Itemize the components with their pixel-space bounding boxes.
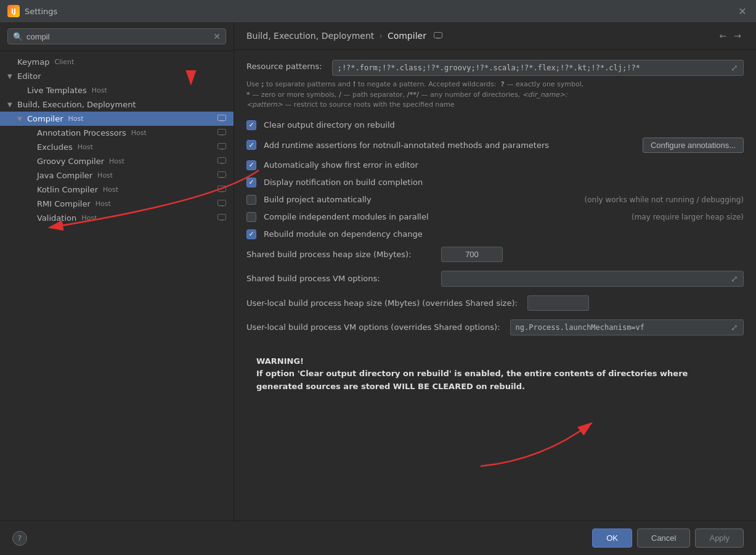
- sidebar-item-keymap[interactable]: Keymap Client: [0, 55, 234, 69]
- kotlin-compiler-label: Kotlin Compiler: [37, 185, 98, 194]
- user-vm-field-wrap: ⤢: [510, 319, 744, 335]
- sidebar-item-build-execution[interactable]: ▼ Build, Execution, Deployment: [0, 97, 234, 112]
- content-scroll: Resource patterns: ⤢ Use ; to separate p…: [234, 50, 756, 520]
- compiler-label: Compiler: [27, 114, 63, 123]
- svg-rect-6: [218, 158, 226, 163]
- clear-output-label: Clear output directory on rebuild: [264, 120, 395, 130]
- live-templates-label: Live Templates: [27, 86, 87, 95]
- help-button[interactable]: ?: [12, 531, 27, 546]
- search-icon: 🔍: [13, 32, 23, 41]
- rmi-compiler-tag: Host: [96, 200, 111, 208]
- build-auto-row: Build project automatically (only works …: [246, 195, 744, 205]
- resource-expand-icon[interactable]: ⤢: [731, 63, 738, 73]
- auto-show-checkbox[interactable]: ✓: [246, 160, 256, 170]
- shared-vm-expand-icon[interactable]: ⤢: [731, 274, 738, 284]
- cancel-button[interactable]: Cancel: [637, 528, 690, 548]
- display-notification-check: ✓: [248, 178, 254, 186]
- clear-output-row: ✓ Clear output directory on rebuild: [246, 120, 744, 130]
- svg-rect-14: [218, 215, 226, 220]
- display-notification-checkbox[interactable]: ✓: [246, 178, 256, 187]
- shared-vm-field-wrap: ⤢: [441, 271, 744, 287]
- user-vm-input[interactable]: [516, 323, 731, 332]
- user-heap-input[interactable]: [527, 295, 589, 311]
- display-notification-row: ✓ Display notification on build completi…: [246, 178, 744, 187]
- add-runtime-check: ✓: [248, 141, 254, 149]
- apply-button[interactable]: Apply: [695, 528, 744, 548]
- sidebar-item-validation[interactable]: Validation Host: [0, 211, 234, 225]
- rmi-screen-icon: [217, 199, 226, 208]
- add-runtime-checkbox[interactable]: ✓: [246, 140, 256, 150]
- validation-tag: Host: [81, 214, 97, 222]
- resource-patterns-input[interactable]: [338, 64, 727, 72]
- nav-back-button[interactable]: ←: [717, 30, 730, 42]
- breadcrumb-nav: ← →: [717, 30, 744, 42]
- svg-rect-2: [218, 130, 226, 135]
- ok-button[interactable]: OK: [592, 528, 632, 548]
- validation-label: Validation: [37, 213, 76, 223]
- build-execution-label: Build, Execution, Deployment: [17, 100, 136, 109]
- editor-chevron: ▼: [7, 73, 15, 80]
- sidebar-item-compiler[interactable]: ▼ Compiler Host: [0, 112, 234, 126]
- svg-rect-12: [218, 200, 226, 206]
- clear-output-checkbox[interactable]: ✓: [246, 120, 256, 130]
- excludes-screen-icon: [217, 142, 226, 152]
- breadcrumb-monitor-icon: [434, 31, 442, 41]
- shared-heap-input[interactable]: [441, 247, 503, 262]
- breadcrumb-parent: Build, Execution, Deployment: [246, 31, 374, 41]
- validation-screen-icon: [217, 213, 226, 223]
- sidebar-item-editor[interactable]: ▼ Editor: [0, 69, 234, 83]
- resource-patterns-hint: Use ; to separate patterns and ! to nega…: [246, 80, 744, 110]
- configure-annotations-button[interactable]: Configure annotations...: [643, 138, 744, 153]
- clear-output-check: ✓: [248, 121, 254, 129]
- shared-heap-row: Shared build process heap size (Mbytes):: [246, 247, 744, 262]
- build-execution-chevron: ▼: [7, 101, 15, 108]
- groovy-compiler-label: Groovy Compiler: [37, 157, 104, 166]
- help-icon: ?: [18, 533, 22, 543]
- rebuild-dependency-check: ✓: [248, 230, 254, 238]
- sidebar-item-live-templates[interactable]: Live Templates Host: [0, 83, 234, 97]
- close-button[interactable]: ✕: [736, 5, 749, 17]
- sidebar-item-rmi-compiler[interactable]: RMI Compiler Host: [0, 197, 234, 211]
- svg-rect-0: [218, 115, 226, 121]
- warning-text: WARNING! If option 'Clear output directo…: [256, 355, 734, 393]
- keymap-tag: Client: [54, 58, 74, 66]
- compile-parallel-row: Compile independent modules in parallel …: [246, 212, 744, 222]
- svg-rect-4: [218, 144, 226, 149]
- auto-show-error-row: ✓ Automatically show first error in edit…: [246, 160, 744, 170]
- search-clear-button[interactable]: ✕: [213, 31, 221, 41]
- breadcrumb-separator: ›: [379, 31, 383, 41]
- build-auto-label: Build project automatically: [264, 195, 372, 204]
- compiler-tag: Host: [68, 115, 84, 123]
- groovy-compiler-tag: Host: [109, 157, 124, 165]
- breadcrumb-current: Compiler: [388, 31, 426, 41]
- sidebar-item-java-compiler[interactable]: Java Compiler Host: [0, 168, 234, 183]
- display-notification-label: Display notification on build completion: [264, 178, 423, 187]
- rebuild-on-dependency-row: ✓ Rebuild module on dependency change: [246, 229, 744, 239]
- build-auto-checkbox[interactable]: [246, 195, 256, 205]
- sidebar-item-kotlin-compiler[interactable]: Kotlin Compiler Host: [0, 183, 234, 197]
- editor-label: Editor: [17, 72, 41, 81]
- keymap-label: Keymap: [17, 57, 49, 67]
- shared-vm-input[interactable]: [447, 274, 731, 283]
- resource-patterns-section: Resource patterns: ⤢ Use ; to separate p…: [246, 60, 744, 110]
- compile-parallel-checkbox[interactable]: [246, 212, 256, 222]
- annotation-screen-icon: [217, 128, 226, 138]
- window-title: Settings: [25, 7, 57, 16]
- sidebar-item-groovy-compiler[interactable]: Groovy Compiler Host: [0, 154, 234, 168]
- warning-title: WARNING!: [256, 356, 304, 366]
- sidebar-item-annotation-processors[interactable]: Annotation Processors Host: [0, 126, 234, 140]
- title-bar-left: IJ Settings: [7, 5, 57, 17]
- search-input[interactable]: compil: [26, 32, 209, 41]
- rebuild-dependency-checkbox[interactable]: ✓: [246, 229, 256, 239]
- kotlin-screen-icon: [217, 185, 226, 194]
- compile-parallel-label: Compile independent modules in parallel: [264, 212, 429, 221]
- compile-parallel-note: (may require larger heap size): [632, 213, 744, 221]
- user-heap-label: User-local build process heap size (Mbyt…: [246, 298, 518, 308]
- nav-forward-button[interactable]: →: [731, 30, 744, 42]
- breadcrumb: Build, Execution, Deployment › Compiler: [246, 31, 442, 41]
- content-header: Build, Execution, Deployment › Compiler …: [234, 22, 756, 50]
- compiler-screen-icon: [217, 114, 226, 123]
- groovy-screen-icon: [217, 157, 226, 166]
- sidebar-item-excludes[interactable]: Excludes Host: [0, 140, 234, 154]
- user-vm-expand-icon[interactable]: ⤢: [731, 323, 738, 332]
